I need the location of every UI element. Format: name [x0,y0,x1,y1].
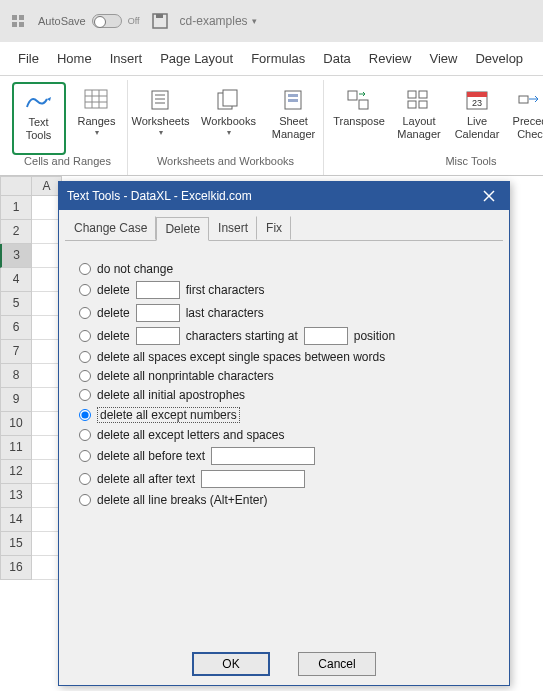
live-calendar-button[interactable]: 23 Live Calendar [450,82,504,155]
chevron-down-icon: ▾ [227,128,231,137]
radio-delete-except-letters[interactable] [79,429,91,441]
menu-data[interactable]: Data [323,51,350,66]
svg-rect-0 [12,15,17,20]
svg-rect-22 [408,91,416,98]
option-delete-spaces[interactable]: delete all spaces except single spaces b… [79,350,489,364]
autosave-state: Off [128,16,140,26]
first-chars-input[interactable] [136,281,180,299]
radio-delete-last[interactable] [79,307,91,319]
row-header[interactable]: 1 [0,196,32,220]
row-header[interactable]: 12 [0,460,32,484]
radio-delete-starting[interactable] [79,330,91,342]
row-header[interactable]: 10 [0,412,32,436]
option-do-not-change[interactable]: do not change [79,262,489,276]
toggle-off-icon [92,14,122,28]
menu-file[interactable]: File [18,51,39,66]
last-chars-input[interactable] [136,304,180,322]
option-delete-apostrophes[interactable]: delete all initial apostrophes [79,388,489,402]
row-header[interactable]: 11 [0,436,32,460]
row-header[interactable]: 3 [0,244,32,268]
svg-rect-11 [152,91,168,109]
row-header[interactable]: 9 [0,388,32,412]
worksheets-icon [147,87,175,113]
document-name[interactable]: cd-examples ▾ [180,14,257,28]
radio-do-not-change[interactable] [79,263,91,275]
close-icon[interactable] [477,186,501,206]
svg-text:23: 23 [472,98,482,108]
menu-view[interactable]: View [429,51,457,66]
row-header[interactable]: 2 [0,220,32,244]
select-all-corner[interactable] [0,176,32,196]
ok-button[interactable]: OK [192,652,270,676]
option-delete-first[interactable]: deletefirst characters [79,281,489,299]
menubar: File Home Insert Page Layout Formulas Da… [0,42,543,76]
precedents-check-button[interactable]: Preced Chec [508,82,543,155]
position-input[interactable] [304,327,348,345]
sheet-manager-button[interactable]: Sheet Manager [265,82,323,155]
cancel-button[interactable]: Cancel [298,652,376,676]
row-header[interactable]: 15 [0,532,32,556]
radio-delete-spaces[interactable] [79,351,91,363]
radio-delete-apostrophes[interactable] [79,389,91,401]
row-header[interactable]: 6 [0,316,32,340]
row-header[interactable]: 14 [0,508,32,532]
menu-insert[interactable]: Insert [110,51,143,66]
menu-page-layout[interactable]: Page Layout [160,51,233,66]
save-icon[interactable] [152,13,168,29]
before-text-input[interactable] [211,447,315,465]
option-delete-except-letters[interactable]: delete all except letters and spaces [79,428,489,442]
radio-delete-except-numbers[interactable] [79,409,91,421]
tab-change-case[interactable]: Change Case [65,216,156,240]
transpose-button[interactable]: Transpose [330,82,388,155]
menu-formulas[interactable]: Formulas [251,51,305,66]
dialog-body: do not change deletefirst characters del… [65,240,503,640]
option-delete-starting[interactable]: deletecharacters starting atposition [79,327,489,345]
worksheets-button[interactable]: Worksheets▾ [129,82,193,155]
workbooks-icon [215,87,243,113]
row-header[interactable]: 5 [0,292,32,316]
option-delete-line-breaks[interactable]: delete all line breaks (Alt+Enter) [79,493,489,507]
svg-rect-16 [223,90,237,106]
svg-rect-20 [348,91,357,100]
menu-review[interactable]: Review [369,51,412,66]
svg-rect-6 [85,90,107,108]
tab-fix[interactable]: Fix [257,216,291,240]
svg-rect-19 [288,99,298,102]
option-delete-nonprintable[interactable]: delete all nonprintable characters [79,369,489,383]
chevron-down-icon: ▾ [159,128,163,137]
row-header[interactable]: 13 [0,484,32,508]
option-delete-before-text[interactable]: delete all before text [79,447,489,465]
menu-developer[interactable]: Develop [475,51,523,66]
calendar-icon: 23 [463,87,491,113]
group-misc-tools: Misc Tools [385,155,496,173]
radio-delete-first[interactable] [79,284,91,296]
tab-delete[interactable]: Delete [156,217,209,241]
row-header[interactable]: 16 [0,556,32,580]
svg-rect-2 [12,22,17,27]
row-header[interactable]: 4 [0,268,32,292]
count-chars-input[interactable] [136,327,180,345]
dialog-titlebar[interactable]: Text Tools - DataXL - Excelkid.com [59,182,509,210]
option-delete-except-numbers[interactable]: delete all except numbers [79,407,489,423]
text-tools-button[interactable]: Text Tools [12,82,66,155]
svg-rect-5 [156,14,163,18]
row-header[interactable]: 7 [0,340,32,364]
precedents-icon [516,87,543,113]
autosave-toggle[interactable]: AutoSave Off [38,14,140,28]
svg-rect-1 [19,15,24,20]
ranges-button[interactable]: Ranges▾ [70,82,124,155]
radio-delete-after-text[interactable] [79,473,91,485]
row-header[interactable]: 8 [0,364,32,388]
menu-home[interactable]: Home [57,51,92,66]
option-delete-after-text[interactable]: delete all after text [79,470,489,488]
svg-rect-29 [519,96,528,103]
after-text-input[interactable] [201,470,305,488]
workbooks-button[interactable]: Workbooks▾ [197,82,261,155]
radio-delete-line-breaks[interactable] [79,494,91,506]
radio-delete-nonprintable[interactable] [79,370,91,382]
layout-manager-button[interactable]: Layout Manager [392,82,446,155]
tab-insert[interactable]: Insert [209,216,257,240]
radio-delete-before-text[interactable] [79,450,91,462]
option-delete-last[interactable]: deletelast characters [79,304,489,322]
chevron-down-icon: ▾ [252,16,257,26]
